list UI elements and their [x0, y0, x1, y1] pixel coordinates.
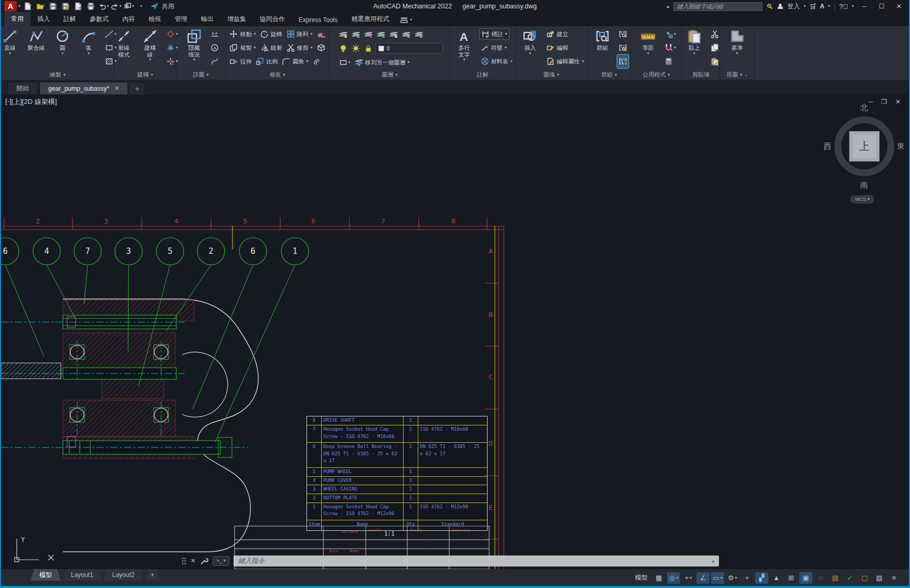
qselect-button[interactable]: ▾: [663, 27, 678, 41]
minimize-button[interactable]: ─: [858, 3, 871, 10]
sign-in-button[interactable]: 登入: [787, 2, 800, 11]
ribbon-tab-idx9[interactable]: 協同合作: [253, 12, 292, 26]
calc-button[interactable]: [663, 55, 678, 68]
ribbon-tab-idx11[interactable]: 精選應用程式: [344, 12, 396, 26]
ribbon-tab-idx0[interactable]: 常用: [4, 12, 30, 26]
bulb-button[interactable]: [337, 41, 349, 55]
pastesp-button[interactable]: [709, 55, 721, 68]
close-tab-icon[interactable]: ✕: [114, 85, 119, 92]
viewcube-south[interactable]: 南: [860, 180, 868, 190]
erase-button[interactable]: [315, 29, 327, 39]
count-icon[interactable]: ✓: [843, 572, 856, 584]
save-button[interactable]: [47, 1, 59, 12]
bom-button[interactable]: 材料表▾: [479, 56, 514, 67]
lock-ui-icon[interactable]: ▣: [799, 572, 812, 584]
drawing-canvas[interactable]: SurfaceScalePosit.QuantityDateName1:1---…: [1, 94, 909, 569]
trim-button[interactable]: 修剪▾: [285, 42, 314, 53]
share-button[interactable]: 共用: [162, 2, 174, 11]
move-button[interactable]: 移動▾: [228, 29, 257, 39]
editattr-button[interactable]: 編輯屬性▾: [545, 56, 586, 67]
ribbon-tab-idx6[interactable]: 管理: [168, 12, 194, 26]
new-drawing-tab-button[interactable]: +: [130, 83, 144, 94]
groupedit-button[interactable]: [617, 41, 629, 55]
sheet-set-icon[interactable]: ▢: [858, 572, 871, 584]
panel-title-建構[interactable]: 建構▾: [114, 70, 176, 80]
maximize-button[interactable]: ☐: [875, 3, 888, 10]
magnet-button[interactable]: ▾: [663, 41, 678, 55]
line-button[interactable]: 直線▾: [1, 27, 23, 70]
ribbon-display-toggle[interactable]: ▾: [396, 14, 416, 26]
panel-title-繪製[interactable]: 繪製▾: [1, 70, 114, 80]
ribbon-tab-idx4[interactable]: 內容: [115, 12, 142, 26]
array-button[interactable]: 陣列▾: [285, 29, 314, 39]
open-file-button[interactable]: [35, 1, 46, 12]
ribbon-tab-idx5[interactable]: 檢視: [142, 12, 168, 26]
viewcube-east[interactable]: 東: [897, 142, 905, 152]
offset-button[interactable]: [311, 56, 323, 67]
model-space-button[interactable]: 模型: [635, 573, 648, 582]
new-file-button[interactable]: [22, 1, 34, 12]
annotation-visibility-icon[interactable]: ▞: [755, 572, 768, 584]
explode-button[interactable]: [315, 42, 327, 53]
dim-button[interactable]: 標註▾: [479, 28, 510, 40]
command-bar-grip[interactable]: [182, 557, 186, 565]
stretch-button[interactable]: 拉伸: [228, 56, 253, 67]
group-button[interactable]: 群組: [589, 27, 616, 70]
layout-tab-模型[interactable]: 模型: [30, 569, 61, 581]
redo-button[interactable]: ▾: [110, 1, 122, 12]
mirror-button[interactable]: 鏡射: [259, 42, 284, 53]
layer-combo[interactable]: 0: [375, 43, 442, 54]
da-button[interactable]: A: [209, 41, 220, 55]
xline-button[interactable]: 建構 線▾: [137, 27, 163, 70]
panel-title-圖塊[interactable]: 圖塊▾: [515, 70, 587, 80]
snap-mode-icon[interactable]: ◎▾: [667, 572, 680, 584]
ribbon-tab-idx8[interactable]: 增益集: [220, 12, 253, 26]
viewport-view-control[interactable]: [上]: [12, 97, 22, 106]
search-icon[interactable]: 🔍︎: [766, 3, 773, 10]
arc-button[interactable]: 弧▾: [76, 27, 102, 70]
insertblk-button[interactable]: 插入▾: [517, 27, 543, 70]
logo-dropdown-icon[interactable]: ▾: [18, 4, 20, 8]
command-input[interactable]: 鍵入指令 ▴: [234, 555, 719, 566]
balloon-callouts[interactable]: 64735261: [1, 238, 309, 265]
apps-dropdown-icon[interactable]: ▾: [828, 4, 830, 8]
viewcube-north[interactable]: 北: [860, 103, 868, 113]
panel-title-詳圖[interactable]: 詳圖▾: [176, 70, 225, 80]
search-expand-icon[interactable]: ▸: [667, 4, 670, 9]
trace-icon[interactable]: ▤: [829, 572, 842, 584]
signin-dropdown-icon[interactable]: ▾: [803, 4, 806, 8]
fillet-button[interactable]: 圓角▾: [280, 56, 310, 67]
panel-title-修改[interactable]: 修改▾: [226, 70, 329, 80]
panel-title-群組[interactable]: 群組▾: [588, 70, 630, 80]
file-tab-document[interactable]: gear_pump_subassy* ✕: [39, 82, 128, 94]
scale-button[interactable]: 比例: [254, 56, 279, 67]
gear-pump-section-view[interactable]: [1, 299, 258, 552]
search-input[interactable]: [673, 2, 763, 11]
copy-button[interactable]: 複製▾: [228, 42, 257, 53]
ribbon-tab-idx1[interactable]: 插入: [30, 12, 57, 26]
annotation-autoscale-icon[interactable]: ▲: [770, 572, 783, 584]
layer2-button[interactable]: [363, 27, 374, 41]
autodesk-app-icon[interactable]: A: [820, 3, 824, 10]
lock-button[interactable]: [363, 41, 374, 55]
help-icon[interactable]: ?⃝: [839, 3, 848, 10]
base-button[interactable]: 基準▾: [724, 27, 750, 70]
customization-menu-icon[interactable]: ≡: [887, 572, 901, 584]
close-button[interactable]: ✕: [892, 3, 906, 10]
dynamic-input-icon[interactable]: ▭▾: [711, 572, 724, 584]
workspace-gear-icon[interactable]: ⚙▾: [726, 572, 739, 584]
editblk-button[interactable]: 編輯: [545, 42, 570, 53]
command-close-icon[interactable]: ✕: [191, 557, 196, 564]
paste-button[interactable]: 貼上▾: [681, 27, 707, 70]
panel-title-剪貼簿[interactable]: 剪貼簿: [682, 70, 719, 80]
viewcube-top-face[interactable]: 上: [849, 131, 880, 162]
transmit-button[interactable]: [72, 1, 84, 12]
panel-title-公用程式[interactable]: 公用程式▾: [631, 70, 682, 80]
ribbon-tab-idx7[interactable]: 輸出: [194, 12, 220, 26]
createblk-button[interactable]: 建立: [545, 29, 570, 39]
ribbon-tab-express-tools[interactable]: Express Tools: [292, 14, 344, 26]
circle-button[interactable]: 圓▾: [49, 27, 76, 70]
annotation-scale-icon[interactable]: ⊞: [785, 572, 798, 584]
mtext-button[interactable]: A多行 文字▾: [451, 27, 478, 70]
layer3-button[interactable]: [375, 27, 387, 41]
